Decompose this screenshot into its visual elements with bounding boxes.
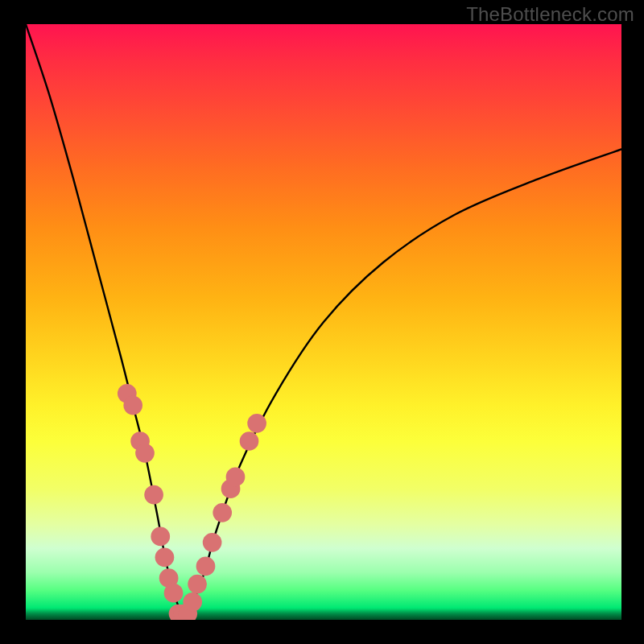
marker-dot bbox=[144, 485, 163, 505]
marker-dot bbox=[247, 414, 266, 433]
plot-area bbox=[26, 24, 621, 620]
watermark-text: TheBottleneck.com bbox=[466, 3, 634, 26]
marker-dot bbox=[135, 444, 155, 463]
marker-dot bbox=[151, 527, 170, 547]
marker-dot bbox=[164, 584, 184, 603]
bottleneck-curve bbox=[26, 24, 621, 614]
curve-layer bbox=[26, 24, 621, 620]
chart-container: TheBottleneck.com bbox=[0, 0, 644, 644]
marker-dot bbox=[155, 547, 175, 567]
marker-dot bbox=[213, 503, 232, 522]
marker-dot bbox=[123, 396, 142, 415]
marker-dot bbox=[226, 468, 246, 487]
marker-dot bbox=[203, 533, 222, 552]
marker-dot bbox=[183, 592, 202, 612]
marker-dot bbox=[188, 575, 207, 594]
marker-dot bbox=[196, 557, 216, 576]
highlight-markers bbox=[118, 384, 266, 620]
marker-dot bbox=[240, 431, 259, 451]
